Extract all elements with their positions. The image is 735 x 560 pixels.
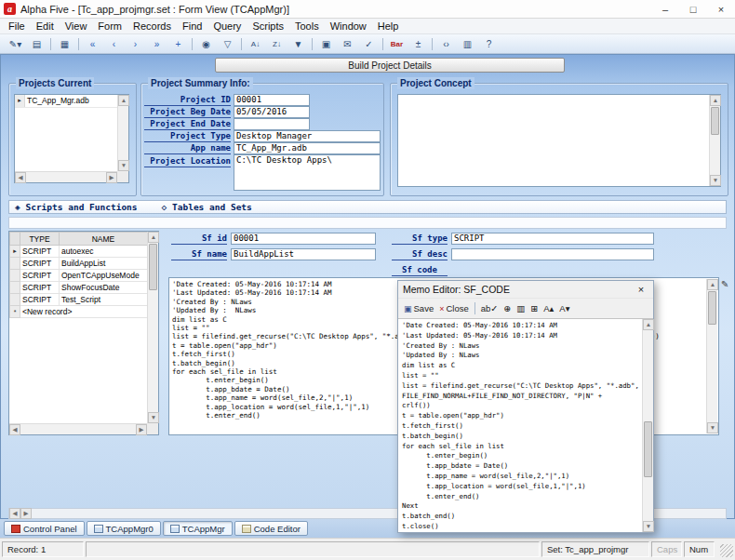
close-button[interactable]: ×: [707, 0, 735, 18]
menu-records[interactable]: Records: [127, 20, 177, 33]
scrollbar-thumb[interactable]: [708, 291, 716, 325]
scripts-and-functions-tab[interactable]: ◈ Scripts and Functions: [15, 202, 138, 212]
table-row[interactable]: SCRIPT ShowFocusDate: [10, 282, 148, 294]
scroll-right-icon[interactable]: ▶: [136, 424, 147, 435]
edit-mode-icon[interactable]: ✎▾: [6, 36, 25, 52]
horizontal-scrollbar[interactable]: ◀ ▶: [9, 423, 147, 434]
font-increase-icon[interactable]: A▴: [541, 302, 556, 314]
paste-icon[interactable]: ▥: [514, 302, 528, 314]
scroll-right-icon[interactable]: ▶: [106, 172, 117, 183]
vertical-scrollbar[interactable]: ▲ ▼: [642, 319, 653, 532]
vertical-scrollbar[interactable]: ▲ ▼: [709, 95, 720, 186]
app-name-field[interactable]: TC_App_Mgr.adb: [234, 142, 381, 154]
memo-text-area[interactable]: 'Date Created: 05-May-2016 10:17:14 AM '…: [398, 318, 653, 532]
browse-icon[interactable]: ▥: [458, 36, 477, 52]
filter-icon[interactable]: ▼: [288, 36, 308, 52]
project-end-date-field[interactable]: [234, 118, 310, 130]
scroll-left-icon[interactable]: ◀: [9, 424, 20, 435]
tab-code-editor[interactable]: Code Editor: [234, 521, 308, 536]
maximize-button[interactable]: □: [679, 0, 707, 18]
project-location-field[interactable]: C:\TC Desktop Apps\: [234, 154, 381, 191]
vertical-scrollbar[interactable]: ▲ ▼: [117, 95, 128, 171]
memo-save-button[interactable]: ▣ Save: [401, 302, 436, 314]
scroll-down-icon[interactable]: ▼: [118, 160, 129, 171]
menu-help[interactable]: Help: [372, 20, 405, 33]
list-item[interactable]: ▸ TC_App_Mgr.adb: [15, 95, 117, 108]
code-icon[interactable]: ‹›: [436, 36, 456, 52]
menu-view[interactable]: View: [60, 20, 93, 33]
menu-query[interactable]: Query: [207, 20, 247, 33]
first-record-icon[interactable]: «: [83, 36, 102, 52]
spellcheck-icon[interactable]: ab✓: [478, 302, 501, 314]
sf-type-field[interactable]: SCRIPT: [451, 233, 654, 245]
last-record-icon[interactable]: »: [147, 36, 167, 52]
open-form-icon[interactable]: ▤: [27, 36, 47, 52]
scroll-down-icon[interactable]: ▼: [148, 412, 159, 423]
memo-close-button[interactable]: × Close: [436, 302, 472, 314]
find-icon[interactable]: ◉: [196, 36, 216, 52]
tab-control-panel[interactable]: Control Panel: [4, 521, 85, 536]
bar-button[interactable]: Bar: [387, 36, 407, 52]
project-beg-date-field[interactable]: 05/05/2016: [234, 106, 310, 118]
menu-form[interactable]: Form: [92, 20, 127, 33]
table-row[interactable]: SCRIPT Test_Script: [10, 294, 148, 306]
query-icon[interactable]: ▽: [218, 36, 237, 52]
scroll-down-icon[interactable]: ▼: [707, 422, 718, 433]
sf-id-field[interactable]: 00001: [231, 233, 376, 245]
project-type-field[interactable]: Desktop Manager: [234, 130, 381, 142]
mail-icon[interactable]: ✉: [338, 36, 357, 52]
scrollbar-thumb[interactable]: [644, 421, 652, 477]
project-concept-field[interactable]: ▲ ▼: [397, 94, 721, 187]
edit-memo-pencil-icon[interactable]: ✎: [721, 279, 728, 289]
scroll-up-icon[interactable]: ▲: [707, 279, 718, 290]
sort-ascending-icon[interactable]: A↓: [246, 36, 265, 52]
projects-current-list[interactable]: ▸ TC_App_Mgr.adb ▲ ▼ ◀ ▶: [14, 94, 129, 183]
print-icon[interactable]: ▦: [55, 36, 74, 52]
spellcheck-icon[interactable]: ✓: [359, 36, 379, 52]
build-project-details-button[interactable]: Build Project Details: [215, 58, 565, 73]
horizontal-scrollbar[interactable]: ◀ ▶: [15, 171, 117, 182]
scroll-left-icon[interactable]: ◀: [15, 172, 26, 183]
sort-descending-icon[interactable]: Z↓: [267, 36, 287, 52]
tables-and-sets-tab[interactable]: ◇ Tables and Sets: [162, 202, 252, 212]
zoom-icon[interactable]: ⊕: [501, 302, 514, 314]
scroll-up-icon[interactable]: ▲: [710, 95, 721, 106]
previous-record-icon[interactable]: ‹: [104, 36, 124, 52]
scrollbar-thumb[interactable]: [149, 244, 157, 290]
help-icon[interactable]: ?: [479, 36, 499, 52]
type-column-header[interactable]: TYPE: [20, 233, 60, 246]
scroll-right-icon[interactable]: ▶: [20, 508, 32, 519]
scroll-down-icon[interactable]: ▼: [710, 175, 721, 186]
minimize-button[interactable]: –: [651, 0, 679, 18]
table-row[interactable]: SCRIPT BuildAppList: [10, 258, 148, 270]
scroll-up-icon[interactable]: ▲: [118, 95, 129, 106]
sf-desc-field[interactable]: [451, 248, 654, 260]
scrollbar-thumb[interactable]: [711, 107, 719, 135]
new-record-icon[interactable]: +: [168, 36, 188, 52]
calculator-icon[interactable]: ±: [408, 36, 428, 52]
menu-scripts[interactable]: Scripts: [247, 20, 289, 33]
image-icon[interactable]: ▣: [316, 36, 336, 52]
memo-close-icon[interactable]: ×: [634, 284, 648, 295]
scroll-up-icon[interactable]: ▲: [643, 319, 654, 330]
vertical-scrollbar[interactable]: ▲ ▼: [147, 232, 158, 423]
menu-edit[interactable]: Edit: [31, 20, 60, 33]
sf-name-field[interactable]: BuildAppList: [231, 248, 376, 260]
menu-find[interactable]: Find: [177, 20, 207, 33]
scroll-left-icon[interactable]: ◀: [9, 508, 20, 519]
scroll-down-icon[interactable]: ▼: [643, 521, 654, 532]
table-row[interactable]: ▸ SCRIPT autoexec: [10, 246, 148, 258]
tab-tcappmgr[interactable]: TCAppMgr: [163, 521, 233, 536]
tab-tcappmgr0[interactable]: TCAppMgr0: [87, 521, 161, 536]
menu-window[interactable]: Window: [325, 20, 372, 33]
copy-icon[interactable]: ⊞: [528, 302, 541, 314]
table-row[interactable]: SCRIPT OpenTCAppUseMode: [10, 270, 148, 282]
project-id-field[interactable]: 00001: [234, 94, 310, 106]
font-decrease-icon[interactable]: A▾: [556, 302, 572, 314]
resize-grip[interactable]: [720, 544, 733, 557]
memo-editor-titlebar[interactable]: Memo Editor: SF_CODE ×: [398, 281, 653, 298]
menu-file[interactable]: File: [3, 20, 31, 33]
table-row-new-record[interactable]: * <New record>: [10, 306, 148, 318]
scroll-up-icon[interactable]: ▲: [148, 232, 159, 243]
menu-tools[interactable]: Tools: [289, 20, 325, 33]
